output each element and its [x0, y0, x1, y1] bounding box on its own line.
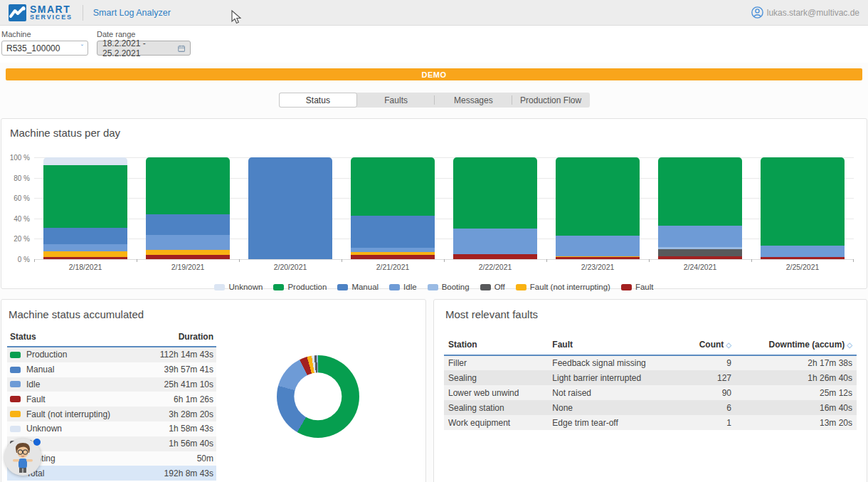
status-swatch	[10, 411, 21, 417]
most-relevant-faults-panel: Most relevant faults StationFaultCount◇D…	[433, 299, 867, 482]
bar-segment-idle	[556, 236, 640, 256]
bar-segment-fault	[453, 254, 537, 259]
bar-slot: 2/24/2021	[649, 157, 751, 259]
machine-select[interactable]: R535_100000 ˇ	[1, 41, 88, 56]
bar-segment-manual	[248, 157, 332, 259]
x-axis-label: 2/25/2021	[751, 263, 854, 271]
tab-production-flow[interactable]: Production Flow	[512, 93, 590, 108]
stacked-bar-2-25-2021[interactable]	[761, 157, 845, 259]
total-duration: 192h 8m 43s	[164, 468, 213, 478]
x-axis-label: 2/23/2021	[546, 263, 649, 271]
bar-slot: 2/23/2021	[546, 157, 649, 259]
user-menu[interactable]: lukas.stark@multivac.de	[751, 6, 859, 19]
bar-segment-manual	[43, 228, 127, 244]
x-axis-label: 2/21/2021	[342, 263, 444, 271]
fault-count: 90	[682, 385, 736, 400]
fault-station: Lower web unwind	[444, 385, 548, 400]
user-email: lukas.stark@multivac.de	[767, 8, 859, 18]
panel-title-accumulated: Machine status accumulated	[9, 308, 216, 320]
stacked-bar-2-21-2021[interactable]	[351, 157, 435, 259]
status-duration: 39h 57m 41s	[164, 365, 213, 374]
status-swatch	[10, 352, 21, 358]
fault-downtime: 25m 12s	[736, 385, 857, 400]
fault-row: Sealing stationNone616m 40s	[444, 400, 857, 415]
fault-count: 9	[682, 355, 736, 370]
panel-title-status-per-day: Machine status per day	[10, 127, 859, 139]
bar-segment-production	[658, 157, 742, 226]
stacked-bar-2-23-2021[interactable]	[556, 157, 640, 259]
bar-segment-fault	[43, 257, 127, 259]
chevron-down-icon: ˇ	[81, 44, 83, 52]
status-swatch	[10, 381, 21, 387]
machine-status-accumulated-panel: Machine status accumulated StatusDuratio…	[1, 299, 426, 482]
tab-status[interactable]: Status	[279, 93, 358, 108]
faults-header-downtime-accum-[interactable]: Downtime (accum)◇	[736, 336, 857, 355]
status-donut-chart[interactable]	[277, 355, 359, 438]
stacked-bar-2-22-2021[interactable]	[453, 157, 537, 259]
legend-item-fault: Fault	[621, 283, 654, 291]
fault-row: SealingLight barrier interrupted1271h 26…	[444, 370, 857, 385]
bar-segment-idle	[453, 229, 537, 254]
status-name: Manual	[26, 365, 54, 374]
stacked-bar-2-24-2021[interactable]	[658, 157, 742, 259]
legend-label: Fault (not interrupting)	[530, 283, 610, 291]
fault-name: Not raised	[548, 385, 682, 400]
x-axis-label: 2/18/2021	[34, 263, 137, 271]
tab-faults[interactable]: Faults	[357, 93, 435, 108]
faults-header-count[interactable]: Count◇	[682, 336, 736, 355]
legend-swatch	[621, 284, 632, 290]
status-per-day-chart: 0 %20 %40 %60 %80 %100 %2/18/20212/19/20…	[34, 157, 854, 275]
status-duration: 25h 41m 10s	[164, 379, 213, 389]
status-row-idle: Idle25h 41m 10s	[7, 377, 216, 392]
status-name: Production	[26, 350, 67, 360]
stacked-bar-2-19-2021[interactable]	[146, 157, 230, 259]
legend-label: Manual	[351, 283, 379, 291]
sort-icon[interactable]: ◇	[847, 341, 852, 349]
faults-header-fault: Fault	[548, 336, 682, 355]
bar-slot: 2/19/2021	[137, 157, 239, 259]
bar-segment-fault	[556, 257, 640, 259]
bar-slot: 2/18/2021	[34, 157, 137, 259]
y-axis-label: 0 %	[7, 256, 30, 263]
bar-segment-fault	[351, 255, 435, 259]
sort-icon[interactable]: ◇	[726, 341, 731, 349]
date-range-input[interactable]: 18.2.2021 - 25.2.2021	[97, 41, 191, 56]
bar-segment-fault	[658, 256, 742, 259]
y-axis-label: 40 %	[7, 214, 30, 222]
assistant-chat-launcher[interactable]	[4, 439, 41, 476]
bar-segment-idle	[658, 226, 742, 247]
bar-slot: 2/20/2021	[239, 157, 342, 259]
legend-label: Unknown	[228, 283, 263, 291]
x-axis-label: 2/24/2021	[649, 263, 751, 271]
fault-row: Lower web unwindNot raised9025m 12s	[444, 385, 857, 400]
legend-swatch	[516, 284, 526, 290]
x-axis-label: 2/22/2021	[444, 263, 546, 271]
status-duration: 1h 56m 40s	[169, 439, 213, 449]
bar-segment-idle	[146, 235, 230, 250]
status-row-manual: Manual39h 57m 41s	[7, 362, 216, 377]
status-duration: 50m	[197, 454, 213, 463]
logo-chart-icon	[9, 4, 26, 21]
status-duration: 1h 58m 43s	[169, 424, 213, 434]
duration-column-header: Duration	[179, 332, 213, 342]
date-range-value: 18.2.2021 - 25.2.2021	[102, 38, 174, 58]
stacked-bar-2-20-2021[interactable]	[248, 157, 332, 259]
y-axis-label: 60 %	[7, 194, 30, 202]
status-name: Fault (not interrupting)	[26, 409, 110, 419]
status-row-production: Production112h 14m 43s	[7, 347, 216, 362]
stacked-bar-2-18-2021[interactable]	[43, 157, 127, 259]
status-row-fault-not-interrupting-: Fault (not interrupting)3h 28m 20s	[7, 407, 216, 421]
bar-segment-idle	[43, 244, 127, 251]
fault-name: Edge trim tear-off	[548, 415, 682, 430]
status-name: Fault	[26, 394, 46, 404]
user-icon	[751, 6, 763, 19]
bar-segment-production	[351, 157, 435, 216]
tab-messages[interactable]: Messages	[435, 93, 512, 108]
legend-item-production: Production	[273, 283, 327, 291]
app-title: Smart Log Analyzer	[93, 8, 171, 18]
bar-segment-production	[146, 157, 230, 214]
view-tabs: StatusFaultsMessagesProduction Flow	[279, 93, 590, 108]
status-duration: 6h 1m 26s	[174, 394, 213, 404]
legend-item-idle: Idle	[389, 283, 417, 291]
y-axis-label: 20 %	[7, 235, 30, 243]
